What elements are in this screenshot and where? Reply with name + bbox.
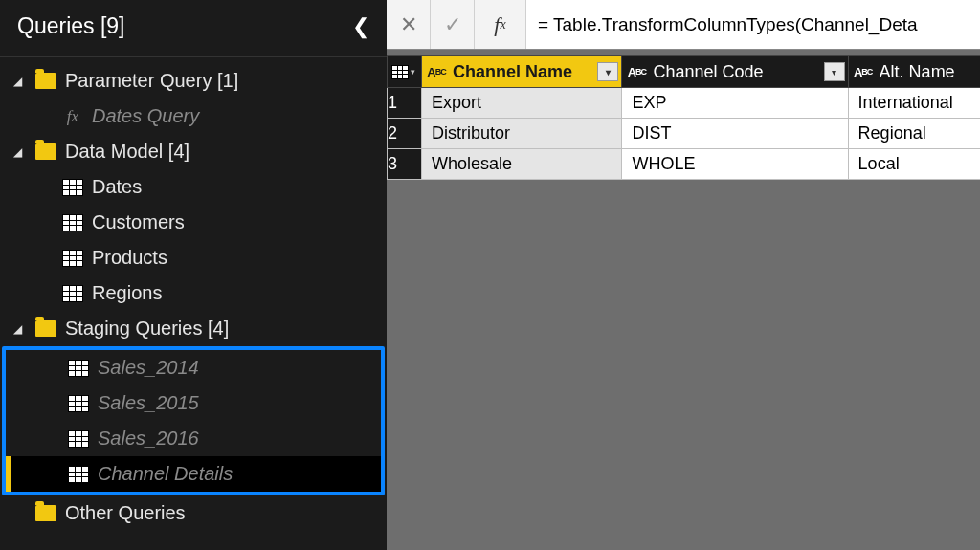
group-other-queries[interactable]: Other Queries [0, 495, 387, 531]
query-label: Products [92, 247, 167, 269]
cell[interactable]: EXP [622, 88, 848, 119]
row-number[interactable]: 2 [388, 119, 422, 149]
query-customers[interactable]: Customers [0, 205, 387, 240]
table-icon [62, 285, 83, 302]
cell[interactable]: Wholesale [421, 149, 621, 180]
cell[interactable]: WHOLE [622, 149, 848, 180]
cell[interactable]: International [848, 88, 980, 119]
table-row[interactable]: 3 Wholesale WHOLE Local [388, 149, 981, 180]
type-text-icon: ABC [849, 65, 878, 79]
chevron-down-icon: ▾ [411, 67, 415, 77]
group-data-model[interactable]: ◢ Data Model [4] [0, 134, 387, 169]
query-dates-query[interactable]: fx Dates Query [0, 99, 387, 134]
query-label: Sales_2016 [98, 428, 199, 450]
commit-formula-button[interactable]: ✓ [431, 0, 475, 49]
cell[interactable]: Distributor [421, 119, 621, 149]
table-row[interactable]: 2 Distributor DIST Regional [388, 119, 981, 149]
query-label: Regions [92, 282, 162, 304]
column-header-channel-name[interactable]: ABC Channel Name ▾ [421, 56, 621, 88]
column-name: Alt. Name [878, 62, 980, 82]
fx-icon: fx [67, 107, 78, 126]
table-icon [68, 466, 89, 483]
main-panel: ✕ ✓ fx ▾ ABC Channel Name ▾ ABC [387, 0, 980, 550]
sidebar-title: Queries [9] [17, 13, 125, 39]
cell[interactable]: DIST [622, 119, 848, 149]
cancel-formula-button[interactable]: ✕ [387, 0, 431, 49]
column-filter-button[interactable]: ▾ [824, 62, 845, 81]
query-channel-details[interactable]: Channel Details [6, 456, 381, 492]
data-grid: ▾ ABC Channel Name ▾ ABC Channel Code ▾ [387, 55, 980, 180]
query-label: Sales_2014 [98, 357, 199, 379]
folder-icon [35, 73, 56, 89]
cell[interactable]: Regional [848, 119, 980, 149]
type-text-icon: ABC [622, 65, 651, 79]
folder-icon [35, 505, 56, 521]
table-icon [68, 360, 89, 377]
group-label: Data Model [4] [65, 141, 189, 163]
queries-sidebar: Queries [9] ❮ ◢ Parameter Query [1] fx D… [0, 0, 387, 550]
column-header-channel-code[interactable]: ABC Channel Code ▾ [622, 56, 848, 88]
group-label: Staging Queries [4] [65, 318, 229, 340]
column-name: Channel Code [651, 62, 823, 82]
table-icon [391, 65, 409, 79]
expand-toggle-icon: ◢ [13, 75, 29, 88]
query-label: Customers [92, 211, 185, 233]
table-icon [68, 430, 89, 448]
expand-toggle-icon: ◢ [13, 145, 29, 159]
table-icon [62, 179, 83, 196]
column-name: Channel Name [451, 62, 597, 82]
row-number[interactable]: 3 [388, 149, 422, 180]
query-regions[interactable]: Regions [0, 275, 387, 311]
query-tree: ◢ Parameter Query [1] fx Dates Query ◢ D… [0, 57, 387, 537]
group-staging-queries[interactable]: ◢ Staging Queries [4] [0, 311, 387, 346]
table-icon [62, 250, 83, 267]
cell[interactable]: Local [848, 149, 980, 180]
table-icon [62, 214, 83, 231]
query-label: Sales_2015 [98, 392, 199, 414]
query-products[interactable]: Products [0, 240, 387, 275]
expand-toggle-icon: ◢ [13, 322, 29, 336]
query-sales-2015[interactable]: Sales_2015 [6, 385, 381, 421]
header-row: ▾ ABC Channel Name ▾ ABC Channel Code ▾ [388, 56, 981, 88]
highlighted-group: Sales_2014 Sales_2015 Sales_2016 Channel… [2, 346, 385, 495]
query-label: Dates [92, 176, 142, 198]
column-filter-button[interactable]: ▾ [597, 62, 618, 81]
table-icon [68, 395, 89, 412]
query-sales-2016[interactable]: Sales_2016 [6, 421, 381, 456]
formula-input[interactable] [526, 0, 980, 49]
group-label: Parameter Query [1] [65, 70, 238, 92]
query-label: Channel Details [98, 463, 233, 485]
table-row[interactable]: 1 Export EXP International [388, 88, 981, 119]
type-text-icon: ABC [422, 65, 451, 79]
sidebar-header: Queries [9] ❮ [0, 0, 387, 57]
query-label: Dates Query [92, 105, 199, 127]
formula-bar: ✕ ✓ fx [387, 0, 980, 50]
column-header-alt-name[interactable]: ABC Alt. Name [848, 56, 980, 88]
row-number[interactable]: 1 [388, 88, 422, 119]
group-parameter-query[interactable]: ◢ Parameter Query [1] [0, 63, 387, 99]
folder-icon [35, 320, 56, 337]
cell[interactable]: Export [421, 88, 621, 119]
collapse-sidebar-button[interactable]: ❮ [352, 14, 369, 39]
select-all-corner[interactable]: ▾ [388, 56, 422, 88]
group-label: Other Queries [65, 502, 186, 524]
query-sales-2014[interactable]: Sales_2014 [6, 350, 381, 385]
query-dates[interactable]: Dates [0, 169, 387, 205]
fx-button[interactable]: fx [475, 0, 526, 49]
folder-icon [35, 143, 56, 160]
